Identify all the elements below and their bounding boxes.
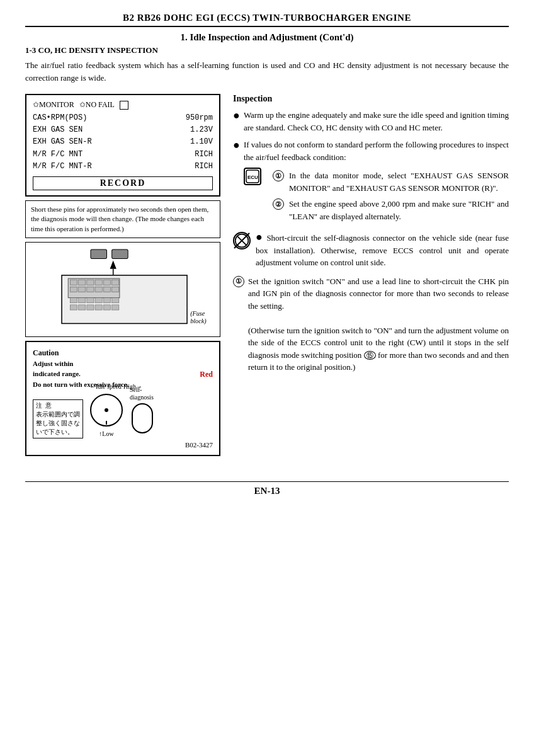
eccs-icon: ECU [244,168,261,185]
svg-rect-19 [79,298,86,303]
idle-speed-label: ←Idle speed [89,382,122,391]
intro-text: The air/fuel ratio feedback system which… [25,59,509,84]
eccs-icon-row: ECU ① In the data monitor mode, select "… [244,167,509,226]
low-label: ↑Low [89,429,123,438]
self-diag-svg [130,401,155,435]
left-column: ✩MONITOR ✩NO FAIL CAS•RPM(POS) 950rpm EX… [25,94,220,456]
dial-area: ←Idle speed High→ ↑Low [89,393,123,438]
page-number: EN-13 [254,486,280,496]
svg-rect-25 [79,305,86,310]
caution-title: Caution [33,347,213,358]
no-short-row: ● Short-circuit the self-diagnosis conne… [233,231,509,269]
monitor-row-1: EXH GAS SEN 1.23V [33,124,213,136]
instruction-box: Short these pins for approximately two s… [25,200,220,238]
svg-rect-9 [95,280,102,285]
svg-rect-18 [70,298,77,303]
monitor-row-0: CAS•RPM(POS) 950rpm [33,112,213,124]
fuse-diagram: (Fuse block) [25,242,220,337]
dial-svg [89,393,123,427]
svg-rect-0 [91,249,107,258]
self-diag-area: Self-diagnosis [130,401,155,438]
monitor-label: ✩MONITOR [33,100,74,110]
subsection-title: 1-3 CO, HC DENSITY INSPECTION [25,45,509,55]
page-footer: EN-13 [25,481,509,496]
monitor-row-3: M/R F/C MNT RICH [33,149,213,161]
monitor-label-1: EXH GAS SEN [33,124,82,136]
sub-item-1: ② Set the engine speed above 2,000 rpm a… [273,198,509,222]
svg-rect-28 [103,305,110,310]
bullet-text-0: Warm up the engine adequately and make s… [244,109,509,134]
main-circle-num: ① [233,276,244,287]
sub-text-0: In the data monitor mode, select "EXHAUS… [289,169,509,194]
svg-rect-16 [103,287,110,292]
svg-rect-21 [95,298,102,303]
japanese-label-box: 注 意表示範囲内で調整し強く固さないで下さい。 [33,399,83,438]
svg-text:block): block) [190,318,207,326]
monitor-value-3: RICH [195,149,213,161]
monitor-data: CAS•RPM(POS) 950rpm EXH GAS SEN 1.23V EX… [33,112,213,173]
monitor-label-2: EXH GAS SEN-R [33,136,92,148]
caution-line3: Do not turn with excessive force. [33,379,213,390]
svg-text:(Fuse: (Fuse [190,310,205,318]
svg-rect-23 [112,298,119,303]
monitor-label-4: M/R F/C MNT-R [33,161,92,173]
fuse-block-svg: (Fuse block) [30,246,216,330]
svg-text:ECU: ECU [247,175,258,180]
monitor-value-4: RICH [195,161,213,173]
caution-box: Caution Adjust within indicated range. R… [25,341,220,457]
circle-num-0: ① [273,170,284,181]
header-title: B2 RB26 DOHC EGI (ECCS) TWIN-TURBOCHARGE… [123,13,411,23]
no-short-icon [233,232,251,249]
svg-rect-27 [95,305,102,310]
monitor-box: ✩MONITOR ✩NO FAIL CAS•RPM(POS) 950rpm EX… [25,94,220,197]
caution-line1: Adjust within indicated range. Red [33,358,213,379]
svg-rect-24 [70,305,77,310]
bullet-dot-1: ● [233,139,240,151]
bullet-dot-0: ● [233,110,240,121]
caution-diagram: 注 意表示範囲内で調整し強く固さないで下さい。 ←Idle speed High… [33,393,213,438]
monitor-label-3: M/R F/C MNT [33,149,82,161]
monitor-value-2: 1.10V [190,136,213,148]
svg-rect-20 [87,298,94,303]
monitor-label-0: CAS•RPM(POS) [33,112,87,124]
svg-rect-22 [103,298,110,303]
bullet-list: ● Warm up the engine adequately and make… [233,109,509,226]
svg-rect-17 [112,287,119,292]
svg-point-33 [105,408,108,412]
monitor-value-1: 1.23V [190,124,213,136]
inspection-title: Inspection [233,94,509,104]
numbered-item: ① Set the ignition switch "ON" and use a… [233,275,509,374]
bullet-text-1-container: If values do not conform to standard per… [244,139,509,226]
bullet-item-0: ● Warm up the engine adequately and make… [233,109,509,134]
svg-rect-29 [112,305,119,310]
monitor-header: ✩MONITOR ✩NO FAIL [33,100,213,110]
svg-rect-35 [132,404,152,433]
svg-rect-26 [87,305,94,310]
and-text: and [481,350,493,360]
sub-list: ① In the data monitor mode, select "EXHA… [266,169,509,226]
numbered-item-text: Set the ignition switch "ON" and use a l… [248,275,509,374]
content-area: ✩MONITOR ✩NO FAIL CAS•RPM(POS) 950rpm EX… [25,94,509,456]
svg-rect-10 [103,280,110,285]
svg-rect-1 [112,249,128,258]
svg-rect-8 [87,280,94,285]
svg-rect-7 [79,280,86,285]
no-fail-label: ✩NO FAIL [79,100,115,110]
monitor-value-0: 950rpm [186,112,213,124]
bullet-text-1: If values do not conform to standard per… [244,140,509,162]
right-column: Inspection ● Warm up the engine adequate… [233,94,509,456]
b02-label: B02-3427 [33,440,213,450]
svg-rect-13 [79,287,86,292]
monitor-row-4: M/R F/C MNT-R RICH [33,161,213,173]
bullet-item-1: ● If values do not conform to standard p… [233,139,509,226]
svg-rect-6 [70,280,77,285]
svg-rect-14 [87,287,94,292]
self-diag-label: Self-diagnosis [130,386,154,401]
page-header: B2 RB26 DOHC EGI (ECCS) TWIN-TURBOCHARGE… [25,13,509,27]
no-short-text: ● Short-circuit the self-diagnosis conne… [256,231,509,269]
sub-text-1: Set the engine speed above 2,000 rpm and… [289,198,509,222]
svg-rect-15 [95,287,102,292]
circle-num-1: ② [273,198,284,210]
no-short-content: Short-circuit the self-diagnosis connect… [256,233,509,267]
red-label: Red [200,369,213,380]
